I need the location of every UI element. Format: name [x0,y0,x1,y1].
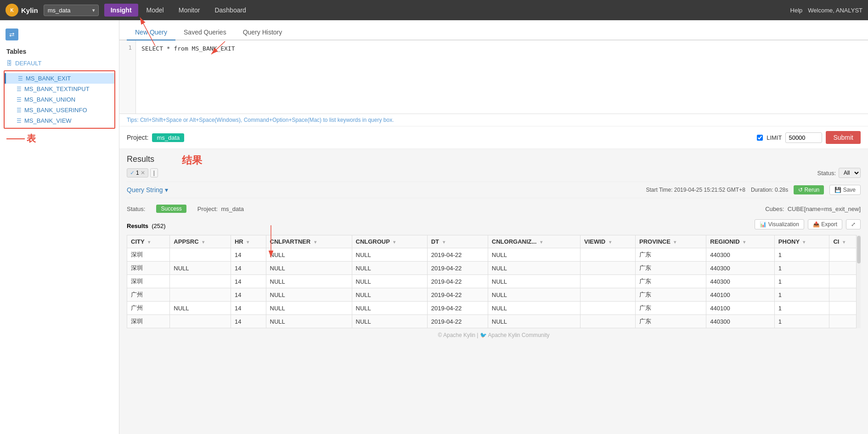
cell-province-2: 广东 [635,275,706,288]
cell-regionid-3: 440100 [706,288,775,302]
col-cnlorganiz[interactable]: CNLORGANIZ... ▾ [488,235,580,248]
nav-model[interactable]: Model [140,4,170,17]
cell-dt-2: 2019-04-22 [427,275,488,288]
help-link[interactable]: Help [790,7,803,14]
limit-input[interactable] [785,132,822,143]
cell-appsrc-3 [170,288,231,302]
sort-icon-cnlgroup: ▾ [393,240,395,245]
sidebar-toggle-btn[interactable]: ⇄ [6,29,18,40]
tab-query-history[interactable]: Query History [235,25,291,40]
cell-appsrc-2 [170,275,231,288]
editor-area: 1 SELECT * from MS_BANK_EXIT Tips: Ctrl+… [119,40,868,149]
table-item-ms-bank-union[interactable]: ☰ MS_BANK_UNION [5,94,114,105]
nav-right: Help Welcome, ANALYST [790,7,862,14]
tab-new-query[interactable]: New Query [127,25,175,40]
submit-button[interactable]: Submit [826,131,861,144]
limit-checkbox[interactable] [757,135,763,141]
db-group: 🗄 DEFAULT ☰ MS_BANK_EXIT ☰ MS_BANK_TEXTI… [0,57,119,148]
cell-cnlgroup-0: NULL [352,248,427,262]
cell-hr-2: 14 [231,275,266,288]
cell-phony-2: 1 [774,275,829,288]
visualization-button[interactable]: 📊 Visualization [755,219,804,229]
cell-city-5: 深圳 [127,315,170,328]
project-selector-wrap[interactable]: ms_data [44,5,99,16]
results-title: Results [127,154,861,164]
query-string-toggle[interactable]: Query String ▾ [127,186,168,194]
col-hr[interactable]: HR ▾ [231,235,266,248]
col-cnlgroup[interactable]: CNLGROUP ▾ [352,235,427,248]
query-string-row: Query String ▾ Start Time: 2019-04-25 15… [127,182,861,198]
col-cnlpartner[interactable]: CNLPARTNER ▾ [266,235,352,248]
data-table: CITY ▾ APPSRC ▾ HR ▾ CNLPARTNER ▾ CNLGRO… [127,235,861,328]
db-default[interactable]: 🗄 DEFAULT [0,58,119,69]
content-area: New Query Saved Queries Query History 1 … [119,20,868,434]
export-button[interactable]: 📤 Export [808,219,842,229]
topnav: K Kylin ms_data Insight Model Monitor Da… [0,0,868,20]
nav-insight[interactable]: Insight [104,4,138,17]
cell-phony-1: 1 [774,262,829,275]
cell-viewid-5 [580,315,635,328]
cell-cnlpartner-2: NULL [266,275,352,288]
query-status-row: Status: Success Project: ms_data Cubes: … [127,202,861,216]
table-item-ms-bank-exit[interactable]: ☰ MS_BANK_EXIT [5,73,114,84]
table-item-ms-bank-userinfo[interactable]: ☰ MS_BANK_USERINFO [5,105,114,115]
cell-cnlgroup-3: NULL [352,288,427,302]
sort-icon-dt: ▾ [443,240,445,245]
table-icon-3: ☰ [17,107,22,114]
save-icon: 💾 [834,187,841,193]
nav-monitor[interactable]: Monitor [172,4,207,17]
cell-city-1: 深圳 [127,262,170,275]
logo-icon: K [6,4,18,17]
sort-icon-regionid: ▾ [743,240,745,245]
status-select[interactable]: All [839,168,861,178]
sort-icon-phony: ▾ [803,240,805,245]
svg-text:K: K [10,8,14,13]
table-item-ms-bank-view[interactable]: ☰ MS_BANK_VIEW [5,115,114,126]
query-editor[interactable]: SELECT * from MS_BANK_EXIT [136,40,868,114]
db-icon: 🗄 [6,60,12,67]
col-phony[interactable]: PHONY ▾ [774,235,829,248]
cell-cnlpartner-0: NULL [266,248,352,262]
expand-button[interactable]: ⤢ [846,219,861,229]
col-viewid[interactable]: VIEWID ▾ [580,235,635,248]
save-button[interactable]: 💾 Save [829,185,861,195]
table-item-ms-bank-textinput[interactable]: ☰ MS_BANK_TEXTINPUT [5,84,114,94]
nav-dashboard[interactable]: Dashboard [208,4,253,17]
project-select[interactable]: ms_data [44,5,99,16]
table-scrollbar[interactable] [856,235,861,328]
cell-viewid-1 [580,262,635,275]
col-regionid[interactable]: REGIONID ▾ [706,235,775,248]
cell-hr-0: 14 [231,248,266,262]
table-body: 深圳14NULLNULL2019-04-22NULL广东4403001深圳NUL… [127,248,861,328]
line-number-1: 1 [123,44,132,51]
main-layout: ⇄ Tables 🗄 DEFAULT ☰ MS_BANK_EXIT ☰ MS_B… [0,20,868,434]
cell-hr-4: 14 [231,302,266,315]
cell-dt-1: 2019-04-22 [427,262,488,275]
scrollbar-thumb[interactable] [857,236,861,263]
db-name: DEFAULT [15,60,42,67]
cell-city-4: 广州 [127,302,170,315]
cell-cnlgroup-1: NULL [352,262,427,275]
cell-province-0: 广东 [635,248,706,262]
col-province[interactable]: PROVINCE ▾ [635,235,706,248]
footer: © Apache Kylin | 🐦 Apache Kylin Communit… [127,328,861,342]
cell-dt-4: 2019-04-22 [427,302,488,315]
sidebar: ⇄ Tables 🗄 DEFAULT ☰ MS_BANK_EXIT ☰ MS_B… [0,20,119,434]
result-tab-1[interactable]: ✓ 1 ✕ [127,168,148,177]
cell-appsrc-4: NULL [170,302,231,315]
col-dt[interactable]: DT ▾ [427,235,488,248]
cell-appsrc-1: NULL [170,262,231,275]
cell-cnlorganiz-3: NULL [488,288,580,302]
cell-regionid-5: 440300 [706,315,775,328]
cell-dt-0: 2019-04-22 [427,248,488,262]
close-icon[interactable]: ✕ [141,170,145,176]
add-tab-button[interactable]: | [150,168,158,177]
app-name: Kylin [21,6,38,14]
tab-saved-queries[interactable]: Saved Queries [175,25,235,40]
table-icon-1: ☰ [17,86,22,92]
col-city[interactable]: CITY ▾ [127,235,170,248]
col-appsrc[interactable]: APPSRC ▾ [170,235,231,248]
table-icon-0: ☰ [18,75,23,82]
table-row: 深圳14NULLNULL2019-04-22NULL广东4403001 [127,248,861,262]
rerun-button[interactable]: ↺ Rerun [794,185,824,194]
